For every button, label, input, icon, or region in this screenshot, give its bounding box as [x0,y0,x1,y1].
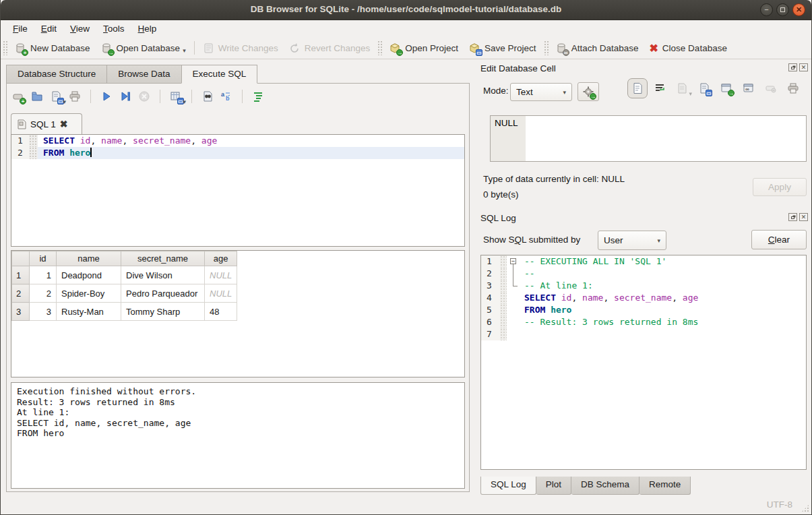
resize-grip[interactable] [801,504,809,512]
fold-collapse-icon[interactable]: − [510,258,516,264]
execute-all-button[interactable] [100,90,113,102]
print-icon[interactable] [787,82,799,94]
write-changes-button[interactable]: Write Changes [197,40,284,57]
close-button[interactable]: ✕ [792,3,805,16]
import-data-icon[interactable]: ▾ [676,82,688,94]
titlebar[interactable]: DB Browser for SQLite - /home/user/code/… [1,0,811,20]
execute-line-button[interactable] [119,90,131,102]
maximize-icon [780,7,785,12]
apply-button[interactable]: Apply [753,178,807,196]
save-sql-file-button[interactable]: ▭ ▾ [50,90,62,102]
menu-view[interactable]: View [63,22,96,36]
sql-file-tab[interactable]: SQL 1 ✖ [11,113,82,134]
database-attach-icon: ∞ [556,42,567,54]
column-header-id[interactable]: id [30,251,57,266]
float-icon [791,67,794,69]
tab-sql-log[interactable]: SQL Log [480,477,536,495]
column-header-secret-name[interactable]: secret_name [121,251,205,266]
sql-editor[interactable]: 1 SELECT id, name, secret_name, age 2 FR… [11,134,465,247]
new-database-button[interactable]: + New Database [9,40,96,57]
save-project-button[interactable]: ▭ Save Project [464,40,542,57]
project-open-icon: → [389,42,401,54]
cell-value: NULL [491,116,526,161]
log-filter-select[interactable]: User ▾ [598,231,666,250]
find-button[interactable] [201,90,214,102]
statusbar: UTF-8 [1,494,811,514]
column-header-name[interactable]: name [57,251,121,266]
close-panel-button[interactable]: ✕ [799,63,808,71]
revert-changes-button[interactable]: Revert Changes [284,40,376,57]
export-results-dropdown-icon[interactable]: ▾ [183,98,186,105]
menu-edit[interactable]: Edit [34,22,63,36]
float-panel-button[interactable] [788,63,797,71]
main-tab-bar: Database Structure Browse Data Execute S… [6,65,257,84]
text-mode-icon[interactable] [631,82,644,94]
maximize-button[interactable] [776,3,789,16]
toolbar-grip[interactable] [544,40,549,55]
open-in-window-icon[interactable]: → [720,82,732,94]
svg-text:a: a [221,91,225,98]
tab-plot[interactable]: Plot [536,477,571,495]
svg-text:∞: ∞ [745,86,749,92]
word-wrap-icon[interactable] [654,82,666,94]
replace-button[interactable]: ab [220,90,232,102]
log-line: 7 [481,328,806,340]
auto-apply-button[interactable]: → [577,82,599,101]
gear-icon: → [582,86,594,98]
table-row[interactable]: 1 1 Deadpond Dive Wilson NULL [12,266,237,284]
log-line: 3 -- At line 1: [481,280,806,292]
minimize-button[interactable]: − [760,3,773,16]
table-row[interactable]: 3 3 Rusty-Man Tommy Sharp 48 [12,303,237,321]
log-line: 1 − -- EXECUTING ALL IN 'SQL 1' [481,255,806,268]
corner-cell[interactable] [12,251,30,266]
close-database-icon: ✖ [649,42,658,54]
toolbar-grip[interactable] [3,40,7,55]
chevron-down-icon: ▾ [657,237,660,244]
save-sql-dropdown-icon[interactable]: ▾ [63,98,66,105]
menu-file[interactable]: File [6,22,34,36]
link-icon[interactable]: ∞ [743,82,755,94]
close-database-button[interactable]: ✖ Close Database [644,40,732,57]
cell-value-editor[interactable]: NULL [490,115,807,162]
tab-db-schema[interactable]: DB Schema [571,477,639,495]
export-results-button[interactable]: ▭ ▾ [170,90,182,102]
sql-file-icon [18,119,26,129]
set-null-icon[interactable] [765,82,777,94]
open-sql-file-button[interactable] [31,90,43,102]
close-sql-tab-icon[interactable]: ✖ [60,119,68,129]
close-panel-button[interactable]: ✕ [799,213,808,221]
results-grid[interactable]: id name secret_name age 1 1 Deadpond Div… [11,250,465,377]
export-data-icon[interactable]: ▭ [698,82,710,94]
float-panel-button[interactable] [788,213,797,221]
tab-remote[interactable]: Remote [639,477,691,495]
column-header-age[interactable]: age [205,251,237,266]
open-project-button[interactable]: → Open Project [384,40,464,57]
attach-database-button[interactable]: ∞ Attach Database [551,40,644,57]
cell-size-info: 0 byte(s) [483,189,519,200]
new-sql-tab-button[interactable]: + [12,90,24,102]
toolbar-grip[interactable] [377,40,382,55]
sql-log-panel-title: SQL Log [480,213,516,223]
encoding-indicator[interactable]: UTF-8 [767,499,792,510]
tab-database-structure[interactable]: Database Structure [6,65,106,84]
sql-log-view[interactable]: 1 − -- EXECUTING ALL IN 'SQL 1' 2 -- 3 -… [480,255,807,470]
format-sql-button[interactable] [252,90,264,102]
open-database-dropdown-icon[interactable]: ▾ [183,47,186,54]
log-line: 6 -- Result: 3 rows returned in 8ms [481,316,806,328]
execution-status: Execution finished without errors. Resul… [11,382,465,489]
tab-execute-sql[interactable]: Execute SQL [181,65,258,84]
mode-select[interactable]: Text ▾ [510,83,572,101]
dock-tab-bar: SQL Log Plot DB Schema Remote [480,477,691,495]
sql-toolbar: + ▭ ▾ [12,88,264,105]
chevron-down-icon: ▾ [563,89,566,96]
menu-tools[interactable]: Tools [96,22,131,36]
print-sql-button[interactable] [69,90,81,102]
main-area: Database Structure Browse Data Execute S… [1,59,474,495]
open-database-button[interactable]: → Open Database ▾ [96,40,191,57]
table-row[interactable]: 2 2 Spider-Boy Pedro Parqueador NULL [12,284,237,303]
tab-browse-data[interactable]: Browse Data [106,65,181,84]
menubar: File Edit View Tools Help [1,20,811,37]
menu-help[interactable]: Help [131,22,164,36]
clear-log-button[interactable]: Clear [751,230,807,249]
stop-execution-button[interactable] [138,90,150,102]
